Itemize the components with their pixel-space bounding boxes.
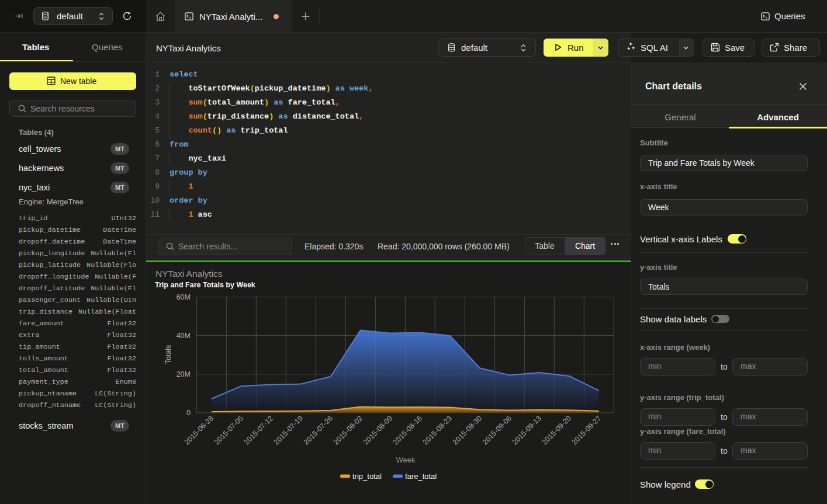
svg-text:trip_total: trip_total xyxy=(352,472,382,481)
svg-text:Trip and Fare Totals by Week: Trip and Fare Totals by Week xyxy=(155,281,255,289)
svg-text:2015-06-28: 2015-06-28 xyxy=(183,414,215,446)
svg-text:2015-09-06: 2015-09-06 xyxy=(481,414,513,446)
svg-text:2015-08-02: 2015-08-02 xyxy=(332,414,364,446)
svg-text:60M: 60M xyxy=(177,293,191,301)
svg-text:40M: 40M xyxy=(177,332,191,340)
svg-text:2015-09-20: 2015-09-20 xyxy=(541,414,573,446)
svg-text:20M: 20M xyxy=(177,370,191,378)
svg-text:0: 0 xyxy=(186,409,191,417)
svg-text:2015-09-27: 2015-09-27 xyxy=(570,414,603,446)
svg-text:2015-07-05: 2015-07-05 xyxy=(213,414,245,446)
svg-text:2015-08-09: 2015-08-09 xyxy=(362,414,394,446)
svg-text:2015-07-26: 2015-07-26 xyxy=(302,414,334,446)
svg-text:fare_total: fare_total xyxy=(405,472,437,481)
svg-text:2015-07-12: 2015-07-12 xyxy=(243,414,275,446)
svg-text:2015-09-13: 2015-09-13 xyxy=(511,414,543,446)
svg-text:Totals: Totals xyxy=(164,345,172,364)
svg-text:Week: Week xyxy=(396,456,416,464)
svg-text:NYTaxi Analytics: NYTaxi Analytics xyxy=(155,269,223,279)
svg-text:2015-07-19: 2015-07-19 xyxy=(272,414,304,446)
svg-text:2015-08-16: 2015-08-16 xyxy=(392,414,424,446)
svg-text:2015-08-30: 2015-08-30 xyxy=(451,414,483,446)
svg-text:2015-08-23: 2015-08-23 xyxy=(421,414,454,446)
